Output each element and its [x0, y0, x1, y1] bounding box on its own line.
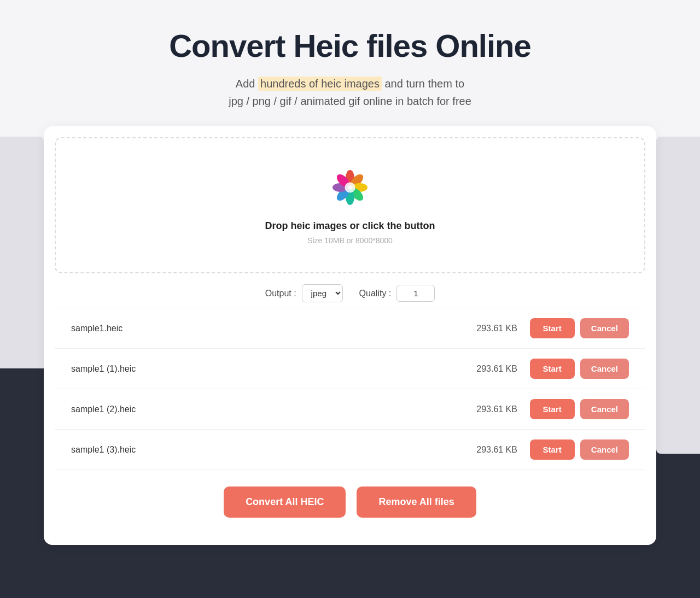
- file-actions: Start Cancel: [530, 318, 629, 338]
- drop-title: Drop heic images or click the button: [67, 220, 633, 232]
- subtitle-start: Add: [236, 78, 258, 90]
- file-name: sample1 (1).heic: [71, 364, 464, 374]
- output-label: Output :: [265, 289, 296, 298]
- table-row: sample1 (1).heic 293.61 KB Start Cancel: [55, 349, 645, 389]
- file-name: sample1.heic: [71, 324, 464, 333]
- page-title: Convert Heic files Online: [11, 27, 689, 64]
- quality-group: Quality :: [359, 285, 435, 302]
- remove-all-button[interactable]: Remove All files: [357, 486, 476, 518]
- subtitle-end: and turn them to: [382, 78, 464, 90]
- file-size: 293.61 KB: [464, 324, 530, 333]
- cancel-button[interactable]: Cancel: [580, 439, 629, 460]
- cancel-button[interactable]: Cancel: [580, 318, 629, 338]
- output-group: Output : jpeg png gif: [265, 284, 343, 302]
- file-size: 293.61 KB: [464, 445, 530, 455]
- flower-icon: [328, 166, 372, 209]
- bottom-actions: Convert All HEIC Remove All files: [55, 470, 645, 534]
- file-list: sample1.heic 293.61 KB Start Cancel samp…: [55, 308, 645, 470]
- start-button[interactable]: Start: [530, 399, 575, 419]
- file-name: sample1 (3).heic: [71, 445, 464, 455]
- start-button[interactable]: Start: [530, 439, 575, 460]
- start-button[interactable]: Start: [530, 318, 575, 338]
- cancel-button[interactable]: Cancel: [580, 359, 629, 379]
- table-row: sample1 (3).heic 293.61 KB Start Cancel: [55, 430, 645, 470]
- table-row: sample1.heic 293.61 KB Start Cancel: [55, 308, 645, 349]
- subtitle-highlight: hundreds of heic images: [258, 77, 382, 91]
- quality-input[interactable]: [396, 285, 435, 302]
- convert-all-button[interactable]: Convert All HEIC: [224, 486, 346, 518]
- output-select[interactable]: jpeg png gif: [302, 284, 343, 302]
- content-area: Convert Heic files Online Add hundreds o…: [0, 0, 700, 545]
- subtitle-line2: jpg / png / gif / animated gif online in…: [229, 95, 471, 107]
- quality-label: Quality :: [359, 289, 392, 298]
- file-name: sample1 (2).heic: [71, 404, 464, 414]
- table-row: sample1 (2).heic 293.61 KB Start Cancel: [55, 389, 645, 430]
- file-size: 293.61 KB: [464, 404, 530, 414]
- cancel-button[interactable]: Cancel: [580, 399, 629, 419]
- drop-zone[interactable]: Drop heic images or click the button Siz…: [55, 137, 645, 273]
- page-wrapper: Convert Heic files Online Add hundreds o…: [0, 0, 700, 598]
- hero-section: Convert Heic files Online Add hundreds o…: [0, 0, 700, 126]
- main-card: Drop heic images or click the button Siz…: [44, 126, 656, 545]
- subtitle: Add hundreds of heic images and turn the…: [11, 75, 689, 110]
- controls-row: Output : jpeg png gif Quality :: [55, 273, 645, 308]
- svg-point-8: [345, 182, 355, 192]
- start-button[interactable]: Start: [530, 359, 575, 379]
- file-actions: Start Cancel: [530, 359, 629, 379]
- drop-subtitle: Size 10MB or 8000*8000: [67, 236, 633, 245]
- file-actions: Start Cancel: [530, 439, 629, 460]
- file-actions: Start Cancel: [530, 399, 629, 419]
- file-size: 293.61 KB: [464, 364, 530, 374]
